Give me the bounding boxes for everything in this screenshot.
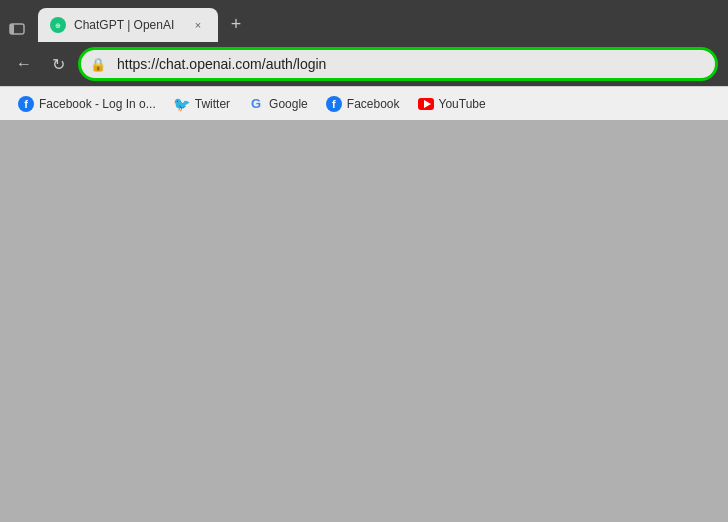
bookmarks-bar: f Facebook - Log In o... 🐦 Twitter G Goo… xyxy=(0,86,728,120)
bookmark-label: YouTube xyxy=(439,97,486,111)
page-content xyxy=(0,120,728,522)
bookmark-label: Twitter xyxy=(195,97,230,111)
bookmark-youtube[interactable]: YouTube xyxy=(410,93,494,115)
twitter-icon: 🐦 xyxy=(174,96,190,112)
tab-favicon: ⊕ xyxy=(50,17,66,33)
new-tab-button[interactable]: + xyxy=(222,10,250,38)
bookmark-label: Google xyxy=(269,97,308,111)
nav-bar: ← ↻ 🔒 xyxy=(0,42,728,86)
bookmark-google[interactable]: G Google xyxy=(240,93,316,115)
svg-text:⊕: ⊕ xyxy=(55,22,61,29)
tab-close-button[interactable]: × xyxy=(190,17,206,33)
google-icon: G xyxy=(248,96,264,112)
active-tab[interactable]: ⊕ ChatGPT | OpenAI × xyxy=(38,8,218,42)
url-input[interactable] xyxy=(78,47,718,81)
bookmark-label: Facebook xyxy=(347,97,400,111)
back-button[interactable]: ← xyxy=(10,50,38,78)
bookmark-facebook-login[interactable]: f Facebook - Log In o... xyxy=(10,93,164,115)
bookmark-twitter[interactable]: 🐦 Twitter xyxy=(166,93,238,115)
svg-rect-1 xyxy=(10,24,14,34)
facebook-icon: f xyxy=(18,96,34,112)
tab-left-controls xyxy=(8,20,26,38)
url-bar-wrapper: 🔒 xyxy=(78,47,718,81)
tab-title: ChatGPT | OpenAI xyxy=(74,18,182,32)
bookmark-label: Facebook - Log In o... xyxy=(39,97,156,111)
window-control-icon[interactable] xyxy=(8,20,26,38)
tab-bar: ⊕ ChatGPT | OpenAI × + xyxy=(0,0,728,42)
youtube-icon xyxy=(418,96,434,112)
bookmark-facebook[interactable]: f Facebook xyxy=(318,93,408,115)
browser-chrome: ⊕ ChatGPT | OpenAI × + ← ↻ 🔒 f Facebook … xyxy=(0,0,728,120)
facebook-icon-2: f xyxy=(326,96,342,112)
reload-button[interactable]: ↻ xyxy=(44,50,72,78)
